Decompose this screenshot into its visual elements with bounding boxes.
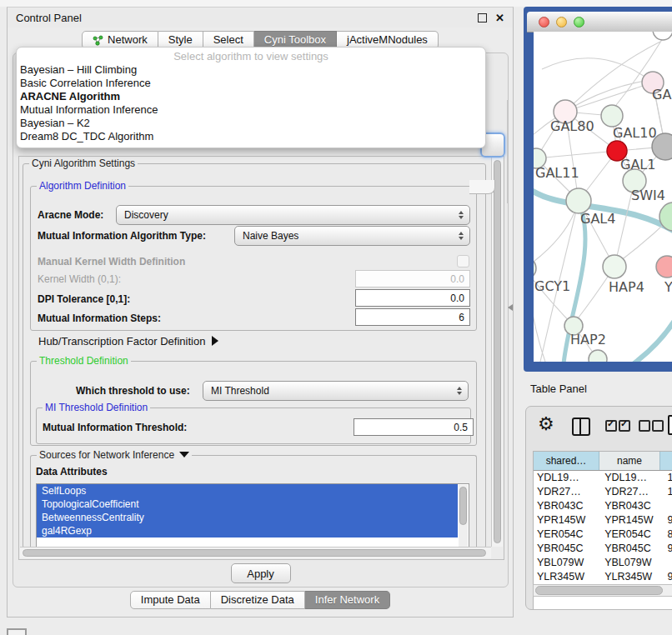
- table-panel-title: Table Panel: [524, 377, 672, 402]
- scrollbar-thumb[interactable]: [535, 586, 663, 595]
- table-cell: YBR043C: [601, 499, 664, 513]
- algorithm-option-aracne-algorithm[interactable]: ARACNE Algorithm: [17, 90, 485, 103]
- control-panel-title: Control Panel: [16, 12, 478, 24]
- table-cell: YDR27…: [534, 485, 601, 499]
- node-gal4[interactable]: [566, 188, 591, 213]
- column-header-shared[interactable]: shared…: [534, 452, 599, 470]
- table-row[interactable]: YLR345WYLR345W9.: [534, 570, 672, 584]
- stepper-arrows-icon: [459, 232, 464, 240]
- tab-label: Style: [168, 32, 193, 48]
- node-partial-bottom[interactable]: [589, 350, 607, 362]
- table-panel-window: ⚙ shared…name YDL19…YDL19…13YDR27…YDR27……: [525, 406, 672, 610]
- cyni-algorithm-settings-group: Cyni Algorithm Settings Algorithm Defini…: [23, 163, 486, 548]
- unchecked-checkbox-icon[interactable]: [652, 420, 664, 432]
- node-salmon[interactable]: [656, 256, 672, 278]
- panel-collapse-arrow-icon[interactable]: [508, 304, 513, 311]
- attribute-item-topologicalcoefficient[interactable]: TopologicalCoefficient: [37, 498, 458, 511]
- aracne-mode-select[interactable]: Discovery: [116, 205, 470, 225]
- algorithm-dropdown-placeholder: Select algorithm to view settings: [17, 50, 485, 63]
- settings-horizontal-scrollbar[interactable]: [20, 547, 491, 558]
- bottom-tab-infer-network[interactable]: Infer Network: [305, 591, 390, 609]
- table-row[interactable]: YPR145WYPR145W9.: [534, 513, 672, 528]
- network-view-window: GALGAL80GAL10GAL1GAL11SWI4GAL4GCY1HAP4YH…: [524, 7, 672, 372]
- algorithm-option-bayesian-k2[interactable]: Bayesian – K2: [17, 117, 485, 130]
- algorithm-option-mutual-information-inference[interactable]: Mutual Information Inference: [17, 103, 485, 117]
- node-label-gal80: GAL80: [550, 118, 594, 134]
- table-horizontal-scrollbar[interactable]: [533, 584, 672, 597]
- node-partial-top[interactable]: [653, 32, 672, 40]
- dpi-tolerance-field[interactable]: 0.0: [355, 289, 470, 307]
- node-label-gal4: GAL4: [580, 211, 615, 227]
- mi-threshold-definition-title: MI Threshold Definition: [43, 402, 150, 413]
- mi-algorithm-type-label: Mutual Information Algorithm Type:: [38, 230, 206, 242]
- which-threshold-select[interactable]: MI Threshold: [203, 381, 469, 401]
- column-header-partial[interactable]: [660, 452, 672, 470]
- node-hap4[interactable]: [603, 255, 626, 278]
- table-toolbar: ⚙: [526, 407, 672, 445]
- float-icon[interactable]: [478, 13, 487, 22]
- attribute-item-betweennesscentrality[interactable]: BetweennessCentrality: [37, 511, 458, 524]
- algorithm-option-bayesian-hill-climbing[interactable]: Bayesian – Hill Climbing: [17, 63, 485, 77]
- network-canvas[interactable]: GALGAL80GAL10GAL1GAL11SWI4GAL4GCY1HAP4YH…: [534, 32, 672, 362]
- kernel-width-field[interactable]: 0.0: [355, 270, 470, 288]
- control-panel-titlebar: Control Panel ✕: [8, 8, 513, 28]
- which-threshold-value: MI Threshold: [211, 385, 269, 397]
- mi-algorithm-type-select[interactable]: Naive Bayes: [234, 226, 470, 246]
- mi-steps-field[interactable]: 6: [355, 308, 470, 326]
- apply-button[interactable]: Apply: [231, 563, 291, 583]
- page-icon[interactable]: [668, 415, 672, 435]
- close-traffic-light-icon[interactable]: [539, 17, 549, 28]
- bottom-tab-impute-data[interactable]: Impute Data: [130, 591, 211, 609]
- table-cell: YER054C: [534, 528, 601, 542]
- table-cell: 13: [664, 471, 672, 485]
- column-header-name[interactable]: name: [599, 452, 660, 470]
- table-cell: 9.: [664, 570, 672, 584]
- table-cell: YDR27…: [601, 485, 664, 499]
- zoom-traffic-light-icon[interactable]: [574, 17, 584, 28]
- hub-transcription-factor-label: Hub/Transcription Factor Definition: [38, 335, 205, 348]
- tab-label: Discretize Data: [221, 592, 294, 608]
- table-cell: YDL19…: [601, 471, 664, 485]
- hub-transcription-factor-toggle[interactable]: Hub/Transcription Factor Definition: [38, 335, 218, 348]
- tab-label: Impute Data: [141, 592, 200, 608]
- table-row[interactable]: YER054CYER054C8.: [534, 528, 672, 542]
- settings-vertical-scrollbar[interactable]: [491, 158, 503, 547]
- groupbox-fragment: [469, 180, 495, 194]
- table-row[interactable]: YDR27…YDR27…12: [534, 485, 672, 499]
- sources-group-title[interactable]: Sources for Network Inference: [37, 449, 192, 461]
- mi-threshold-field[interactable]: 0.5: [354, 418, 474, 436]
- top-strip: [0, 0, 672, 7]
- algorithm-option-basic-correlation-inference[interactable]: Basic Correlation Inference: [17, 77, 485, 90]
- attribute-item-gal4rgexp[interactable]: gal4RGexp: [37, 524, 458, 538]
- network-icon: [93, 35, 103, 46]
- table-row[interactable]: YDL19…YDL19…13: [534, 471, 672, 485]
- table-header-row: shared…name: [534, 452, 672, 471]
- manual-kernel-width-checkbox[interactable]: [457, 255, 469, 268]
- table-cell: YPR145W: [534, 513, 601, 528]
- scrollbar-thumb[interactable]: [23, 549, 486, 557]
- table-cell: 9.: [664, 542, 672, 556]
- scrollbar-thumb[interactable]: [459, 487, 467, 525]
- table-row[interactable]: YBR043CYBR043C: [534, 499, 672, 513]
- settings-gear-icon[interactable]: ⚙: [538, 413, 554, 435]
- checked-checkbox-icon[interactable]: [619, 420, 630, 432]
- minimize-traffic-light-icon[interactable]: [556, 17, 567, 28]
- split-columns-icon[interactable]: [572, 418, 590, 436]
- table-cell: YLR345W: [601, 570, 664, 584]
- list-vertical-scrollbar[interactable]: [459, 485, 468, 548]
- table-cell: YLR345W: [534, 570, 601, 584]
- aracne-mode-label: Aracne Mode:: [38, 209, 103, 221]
- mi-threshold-label: Mutual Information Threshold:: [43, 422, 187, 433]
- checked-checkbox-icon[interactable]: [605, 420, 617, 432]
- table-row[interactable]: YBR045CYBR045C9.: [534, 542, 672, 556]
- algorithm-option-dream8-dc-tdc-algorithm[interactable]: Dream8 DC_TDC Algorithm: [17, 130, 485, 143]
- scrollbar-thumb[interactable]: [494, 160, 501, 543]
- bottom-tab-discretize-data[interactable]: Discretize Data: [211, 591, 305, 609]
- attribute-item-selfloops[interactable]: SelfLoops: [37, 484, 458, 498]
- unchecked-checkbox-icon[interactable]: [639, 420, 650, 432]
- node-label-gal: GAL: [652, 87, 672, 102]
- table-cell: YBR045C: [601, 542, 664, 556]
- close-icon[interactable]: ✕: [495, 14, 504, 22]
- node-gal10[interactable]: [601, 105, 623, 127]
- table-row[interactable]: YBL079WYBL079W: [534, 556, 672, 570]
